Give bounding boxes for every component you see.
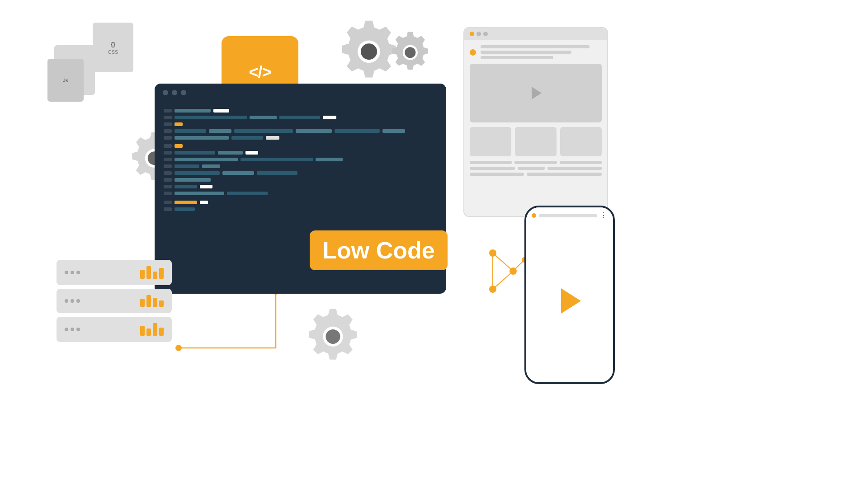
svg-line-5 [493,253,513,271]
server-dots-3 [65,328,80,331]
server-bars-2 [140,295,164,307]
browser-mockup [463,27,608,217]
server-bar-3b [146,328,151,336]
server-bars-1 [140,266,164,279]
gear-bottom-center [298,303,371,377]
browser-dot-1 [476,32,481,36]
server-unit-1 [57,260,172,285]
server-bar-2d [159,300,164,307]
browser-body [464,40,607,181]
file-icon-js-back: Js [47,59,84,102]
server-bar-2a [140,299,145,307]
mobile-mockup: ⋮ [524,206,615,384]
file-css-label: {} [111,41,115,47]
mobile-play-icon [561,288,581,314]
editor-dot-3 [181,90,186,95]
browser-dot-2 [483,32,488,36]
browser-card-2 [515,127,557,156]
server-dot-3b [71,328,74,331]
editor-dot-2 [172,90,177,95]
code-badge-label: </> [249,63,271,82]
svg-line-8 [513,260,524,271]
server-dot-2b [71,299,74,303]
server-dot-3c [76,328,80,331]
browser-card-3 [560,127,602,156]
editor-body [155,102,446,220]
browser-card-1 [470,127,511,156]
svg-point-4 [489,286,496,293]
server-bar-1b [146,266,151,279]
server-bar-3d [159,328,164,336]
mobile-status-dot [532,213,536,218]
server-dot-1c [76,271,80,274]
browser-cards [470,127,602,156]
svg-point-2 [489,249,496,257]
server-bar-3c [153,323,157,336]
svg-point-10 [361,43,377,60]
file-js-back-label: Js [63,78,68,83]
low-code-label: Low Code [322,237,434,264]
browser-text-lines [470,161,602,176]
browser-orange-indicator [470,49,476,56]
server-unit-2 [57,289,172,313]
mobile-titlebar: ⋮ [526,207,613,220]
server-bars-3 [140,323,164,336]
browser-video-area [470,64,602,122]
browser-play-icon [532,87,542,99]
server-dots-2 [65,299,80,303]
server-dot-3a [65,328,68,331]
editor-titlebar [155,84,446,102]
server-bar-2c [153,298,157,307]
server-bar-3a [140,326,145,336]
mobile-menu-icon: ⋮ [600,211,608,220]
server-dot-1b [71,271,74,274]
gear-top-right [384,27,439,83]
svg-point-3 [509,267,517,275]
svg-point-0 [175,345,182,351]
svg-point-11 [405,47,415,58]
server-bar-1c [153,272,157,279]
server-dot-1a [65,271,68,274]
file-icon-css: {} CSS [93,23,133,72]
browser-dot-orange [470,32,474,36]
mobile-body [526,220,613,382]
server-stack [57,260,172,342]
server-bar-1a [140,270,145,279]
server-unit-3 [57,317,172,342]
svg-line-6 [493,271,513,289]
server-dot-2a [65,299,68,303]
file-css-ext: CSS [108,49,118,55]
browser-titlebar [464,28,607,40]
mobile-status-bar [539,214,597,217]
browser-header-row [470,45,602,59]
server-bar-2b [146,295,151,307]
low-code-button[interactable]: Low Code [310,230,448,270]
editor-dot-1 [163,90,168,95]
scene: Js Js {} CSS Js </> [0,0,868,488]
server-dots-1 [65,271,80,274]
server-dot-2c [76,299,80,303]
svg-point-13 [326,329,340,344]
server-bar-1d [159,268,164,279]
